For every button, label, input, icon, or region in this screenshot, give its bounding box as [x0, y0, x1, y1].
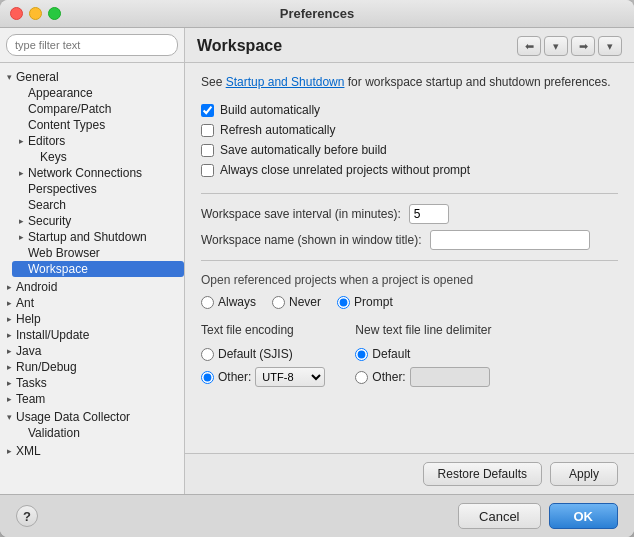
checkbox-close-unrelated[interactable]: Always close unrelated projects without … — [201, 163, 618, 177]
maximize-button[interactable] — [48, 7, 61, 20]
startup-link-text: See Startup and Shutdown for workspace s… — [201, 75, 618, 89]
bottom-bar: ? Cancel OK — [0, 494, 634, 537]
cancel-button[interactable]: Cancel — [458, 503, 540, 529]
sidebar-item-general[interactable]: General Appearance Compare/Patch — [0, 67, 184, 279]
radio-other-delim-label: Other: — [372, 370, 405, 384]
sidebar-item-editors[interactable]: Editors — [12, 133, 184, 149]
usage-children: Validation — [12, 425, 184, 441]
sidebar-item-help[interactable]: Help — [0, 311, 184, 327]
sidebar-item-compare-patch[interactable]: Compare/Patch — [12, 101, 184, 117]
radio-never[interactable]: Never — [272, 295, 321, 309]
radio-default-sjis-input[interactable] — [201, 348, 214, 361]
bottom-buttons: Cancel OK — [458, 503, 618, 529]
save-auto-input[interactable] — [201, 144, 214, 157]
radio-prompt[interactable]: Prompt — [337, 295, 393, 309]
sidebar-label-appearance: Appearance — [28, 86, 93, 100]
sidebar-label-general: General — [16, 70, 59, 84]
sidebar-item-ant[interactable]: Ant — [0, 295, 184, 311]
sidebar-item-search[interactable]: Search — [12, 197, 184, 213]
triangle-xml — [4, 446, 14, 456]
sidebar-item-validation[interactable]: Validation — [12, 425, 184, 441]
sidebar-item-run-debug[interactable]: Run/Debug — [0, 359, 184, 375]
nav-forward-button[interactable]: ➡ — [571, 36, 595, 56]
sidebar-item-perspectives[interactable]: Perspectives — [12, 181, 184, 197]
radio-prompt-input[interactable] — [337, 296, 350, 309]
checkbox-group: Build automatically Refresh automaticall… — [201, 103, 618, 177]
refresh-auto-label: Refresh automatically — [220, 123, 335, 137]
delimiter-title: New text file line delimiter — [355, 323, 491, 337]
triangle-general — [4, 72, 14, 82]
nav-dropdown-button[interactable]: ▾ — [544, 36, 568, 56]
tree: General Appearance Compare/Patch — [0, 63, 184, 494]
sidebar-item-appearance[interactable]: Appearance — [12, 85, 184, 101]
triangle-security — [16, 216, 26, 226]
sidebar-label-editors: Editors — [28, 134, 65, 148]
save-interval-input[interactable] — [409, 204, 449, 224]
sidebar-item-usage[interactable]: Usage Data Collector Validation — [0, 407, 184, 443]
general-children: Appearance Compare/Patch Content Types — [12, 85, 184, 277]
checkbox-build-auto[interactable]: Build automatically — [201, 103, 618, 117]
sidebar-item-install[interactable]: Install/Update — [0, 327, 184, 343]
sidebar-label-compare: Compare/Patch — [28, 102, 111, 116]
sidebar-label-security: Security — [28, 214, 71, 228]
sidebar-item-java[interactable]: Java — [0, 343, 184, 359]
save-interval-row: Workspace save interval (in minutes): — [201, 204, 618, 224]
triangle-usage — [4, 412, 14, 422]
refresh-auto-input[interactable] — [201, 124, 214, 137]
close-unrelated-label: Always close unrelated projects without … — [220, 163, 470, 177]
checkbox-save-auto[interactable]: Save automatically before build — [201, 143, 618, 157]
content-area: General Appearance Compare/Patch — [0, 28, 634, 494]
radio-other-encoding[interactable]: Other: — [201, 370, 251, 384]
sidebar-label-team: Team — [16, 392, 45, 406]
sidebar-label-search: Search — [28, 198, 66, 212]
radio-other-delim[interactable]: Other: — [355, 370, 405, 384]
sidebar-item-keys[interactable]: Keys — [12, 149, 184, 165]
sidebar-item-tasks[interactable]: Tasks — [0, 375, 184, 391]
triangle-run — [4, 362, 14, 372]
radio-other-encoding-input[interactable] — [201, 371, 214, 384]
restore-defaults-button[interactable]: Restore Defaults — [423, 462, 542, 486]
radio-always-input[interactable] — [201, 296, 214, 309]
sidebar-item-xml[interactable]: XML — [0, 443, 184, 459]
sidebar-item-security[interactable]: Security — [12, 213, 184, 229]
help-button[interactable]: ? — [16, 505, 38, 527]
ok-button[interactable]: OK — [549, 503, 619, 529]
filter-input[interactable] — [6, 34, 178, 56]
radio-default-delim-input[interactable] — [355, 348, 368, 361]
sidebar-item-network[interactable]: Network Connections — [12, 165, 184, 181]
radio-never-input[interactable] — [272, 296, 285, 309]
sidebar-item-team[interactable]: Team — [0, 391, 184, 407]
radio-default-delim[interactable]: Default — [355, 347, 491, 361]
radio-other-delim-input[interactable] — [355, 371, 368, 384]
sidebar-label-web: Web Browser — [28, 246, 100, 260]
close-button[interactable] — [10, 7, 23, 20]
startup-link-anchor[interactable]: Startup and Shutdown — [226, 75, 345, 89]
sidebar-item-workspace[interactable]: Workspace — [12, 261, 184, 277]
panel-title: Workspace — [197, 37, 282, 55]
sidebar-label-ant: Ant — [16, 296, 34, 310]
sidebar-item-web-browser[interactable]: Web Browser — [12, 245, 184, 261]
minimize-button[interactable] — [29, 7, 42, 20]
encoding-select[interactable]: UTF-8 UTF-16 ISO-8859-1 — [255, 367, 325, 387]
triangle-network — [16, 168, 26, 178]
build-auto-input[interactable] — [201, 104, 214, 117]
radio-always[interactable]: Always — [201, 295, 256, 309]
sidebar-label-usage: Usage Data Collector — [16, 410, 130, 424]
sidebar-item-content-types[interactable]: Content Types — [12, 117, 184, 133]
sidebar-label-network: Network Connections — [28, 166, 142, 180]
checkbox-refresh-auto[interactable]: Refresh automatically — [201, 123, 618, 137]
window-title: Preferences — [280, 6, 354, 21]
sidebar-item-startup[interactable]: Startup and Shutdown — [12, 229, 184, 245]
apply-button[interactable]: Apply — [550, 462, 618, 486]
encoding-delimiter-section: Text file encoding Default (SJIS) Other: — [201, 323, 618, 387]
radio-default-sjis-label: Default (SJIS) — [218, 347, 293, 361]
sidebar-label-content: Content Types — [28, 118, 105, 132]
radio-default-sjis[interactable]: Default (SJIS) — [201, 347, 325, 361]
close-unrelated-input[interactable] — [201, 164, 214, 177]
sidebar-item-android[interactable]: Android — [0, 279, 184, 295]
divider-1 — [201, 193, 618, 194]
workspace-name-input[interactable] — [430, 230, 590, 250]
nav-back-button[interactable]: ⬅ — [517, 36, 541, 56]
titlebar: Preferences — [0, 0, 634, 28]
nav-forward-dropdown-button[interactable]: ▾ — [598, 36, 622, 56]
